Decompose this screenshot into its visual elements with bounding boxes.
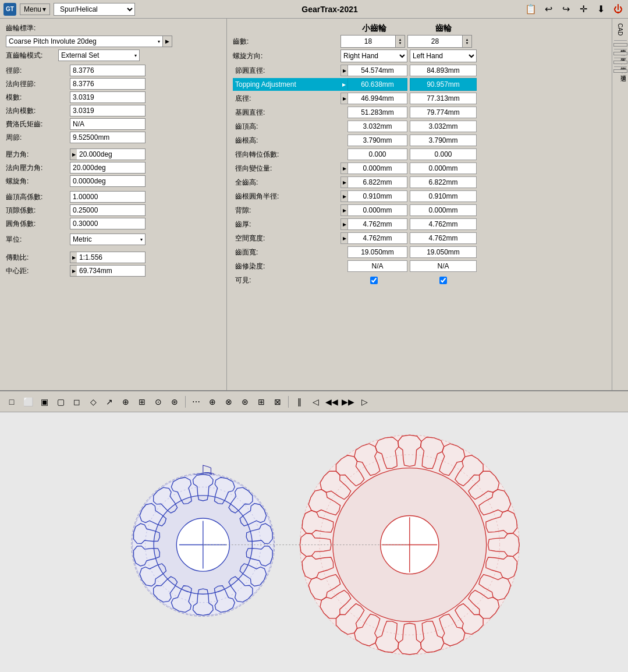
large-helix-select[interactable]: Left Hand [410, 49, 477, 62]
step-back-icon[interactable]: ◁ [308, 395, 322, 409]
balance-btn[interactable]: 平衡 [613, 52, 627, 55]
center-icon[interactable]: ⊕ [205, 395, 219, 409]
large-teeth-input[interactable] [407, 35, 463, 48]
row-label-6: 徑向轉位係數: [233, 148, 340, 161]
box-icon-1[interactable]: □ [5, 395, 19, 409]
grid-icon[interactable]: ⊞ [254, 395, 268, 409]
titlebar: GT Menu ▾ Spur/Helical GearTrax-2021 📋 ↩… [0, 0, 628, 19]
fillet-input[interactable] [70, 218, 146, 229]
row-val-lg-3: 79.774mm [410, 107, 477, 118]
normal-pressure-input[interactable] [70, 162, 146, 174]
normal-dp-input[interactable] [70, 78, 146, 90]
row-val-lg-14: N/A [410, 260, 477, 272]
side-divider-4 [614, 66, 627, 67]
profile-btn[interactable]: 輪廓 [613, 43, 627, 47]
prev-icon[interactable]: ◀◀ [325, 395, 339, 409]
box-icon-2[interactable]: ⬜ [21, 395, 35, 409]
crosshair-icon[interactable]: ✛ [577, 3, 590, 16]
module-input[interactable] [70, 91, 146, 103]
helix-angle-row: 螺旋角: [6, 175, 221, 187]
gear-data-row-0: 節圓直徑: ▶ 54.574mm 84.893mm [233, 64, 606, 77]
left-panel: 齒輪標準: Coarse Pitch Involute 20deg ▾ ▶ 直齒… [0, 19, 227, 390]
row-val-lg-5: 3.790mm [410, 135, 477, 146]
standard-dropdown[interactable]: Coarse Pitch Involute 20deg ▾ [6, 36, 163, 47]
helix-angle-input[interactable] [70, 175, 146, 187]
gear-data-row-1: Topping Adjustment ▶ 60.638mm 90.957mm [233, 78, 606, 91]
transform-icon[interactable]: ⊞ [135, 395, 149, 409]
diamond-icon[interactable]: ◇ [86, 395, 100, 409]
row-label-12: 空間寬度: [233, 232, 340, 245]
row-arrow-sm-1[interactable]: ▶ [340, 78, 347, 91]
circular-pitch-input[interactable] [70, 132, 146, 143]
rotate-icon[interactable]: ⊙ [151, 395, 165, 409]
center-dist-arrow[interactable]: ▶ [70, 265, 77, 277]
box-icon-4[interactable]: ▢ [54, 395, 68, 409]
row-val-sm-5: 3.790mm [347, 135, 407, 146]
addendum-input[interactable] [70, 191, 146, 203]
row-check-lg-15[interactable] [410, 274, 477, 287]
copy-icon[interactable]: 📋 [524, 3, 537, 16]
inspect-btn[interactable]: 檢測 [613, 61, 627, 64]
normal-pressure-row: 法向壓力角: [6, 162, 221, 174]
small-helix-select[interactable]: Right Hand [340, 49, 407, 62]
pressure-angle-input[interactable] [77, 148, 146, 160]
row-val-sm-4: 3.032mm [347, 121, 407, 132]
step-fwd-icon[interactable]: ▷ [357, 395, 371, 409]
box-icon-5[interactable]: ◻ [70, 395, 84, 409]
redo-icon[interactable]: ↪ [559, 3, 572, 16]
orbit-icon[interactable]: ⊛ [168, 395, 182, 409]
cross-icon[interactable]: ⊗ [222, 395, 236, 409]
row-check-sm-15[interactable] [340, 274, 407, 287]
teeth-label: 齒數: [233, 37, 340, 47]
ratio-row: 傳動比: ▶ [6, 252, 221, 263]
row-val-lg-10: 0.000mm [410, 204, 477, 216]
circular-pitch-row: 周節: [6, 132, 221, 143]
mode-row: 直齒輪模式: External Set ▾ [6, 49, 221, 61]
small-gear-visible-checkbox[interactable] [370, 277, 378, 284]
pressure-angle-arrow[interactable]: ▶ [70, 148, 77, 160]
arrow-icon[interactable]: ↗ [102, 395, 116, 409]
row-label-10: 背隙: [233, 204, 340, 217]
pause-icon[interactable]: ‖ [292, 395, 306, 409]
menu-button[interactable]: Menu ▾ [20, 3, 50, 15]
center-dist-row: 中心距: ▶ [6, 265, 221, 277]
options-btn[interactable]: 選項 [613, 69, 627, 73]
row-val-lg-4: 3.032mm [410, 121, 477, 132]
row-label-1: Topping Adjustment [233, 78, 340, 91]
toggle-icon[interactable]: ⊠ [271, 395, 285, 409]
normal-module-input[interactable] [70, 105, 146, 116]
mode-dropdown[interactable]: External Set ▾ [58, 49, 140, 61]
gear-type-dropdown[interactable]: Spur/Helical [54, 3, 135, 16]
large-gear-header: 齒輪 [410, 23, 477, 34]
download-icon[interactable]: ⬇ [594, 3, 607, 16]
normal-module-row: 法向模數: [6, 105, 221, 116]
standard-expand-btn[interactable]: ▶ [163, 36, 172, 47]
diametral-pitch-input[interactable] [70, 65, 146, 76]
gear-data-row-6: 徑向轉位係數: 0.000 0.000 [233, 148, 606, 161]
large-teeth-spinner[interactable]: ▲ ▼ [463, 35, 472, 48]
clearance-input[interactable] [70, 204, 146, 216]
center-dist-input[interactable] [77, 265, 146, 277]
row-val-sm-12: 4.762mm [347, 232, 407, 244]
row-label-13: 齒面寬: [233, 246, 340, 259]
ratio-arrow[interactable]: ▶ [70, 252, 77, 263]
move-icon[interactable]: ⊕ [119, 395, 133, 409]
fellows-input[interactable] [70, 118, 146, 130]
addendum-row: 齒頂高係數: [6, 191, 221, 203]
gear-icon[interactable]: ⊛ [238, 395, 252, 409]
small-teeth-input[interactable] [340, 35, 396, 48]
view-icon-1[interactable]: ⋯ [189, 395, 203, 409]
power-icon[interactable]: ⏻ [612, 3, 625, 16]
ratio-input[interactable] [77, 252, 146, 263]
gear-data-rows: 節圓直徑: ▶ 54.574mm 84.893mm Topping Adjust… [233, 64, 606, 287]
box-icon-3[interactable]: ▣ [37, 395, 51, 409]
unit-dropdown[interactable]: Metric ▾ [70, 234, 146, 245]
next-icon[interactable]: ▶▶ [341, 395, 355, 409]
small-teeth-spinner[interactable]: ▲ ▼ [396, 35, 405, 48]
undo-icon[interactable]: ↩ [542, 3, 555, 16]
row-label-2: 底徑: [233, 92, 340, 105]
gear-data-row-13: 齒面寬: 19.050mm 19.050mm [233, 246, 606, 259]
large-gear-visible-checkbox[interactable] [439, 277, 447, 284]
row-val-lg-8: 6.822mm [410, 176, 477, 188]
teeth-row: 齒數: ▲ ▼ ▲ ▼ [233, 35, 606, 48]
